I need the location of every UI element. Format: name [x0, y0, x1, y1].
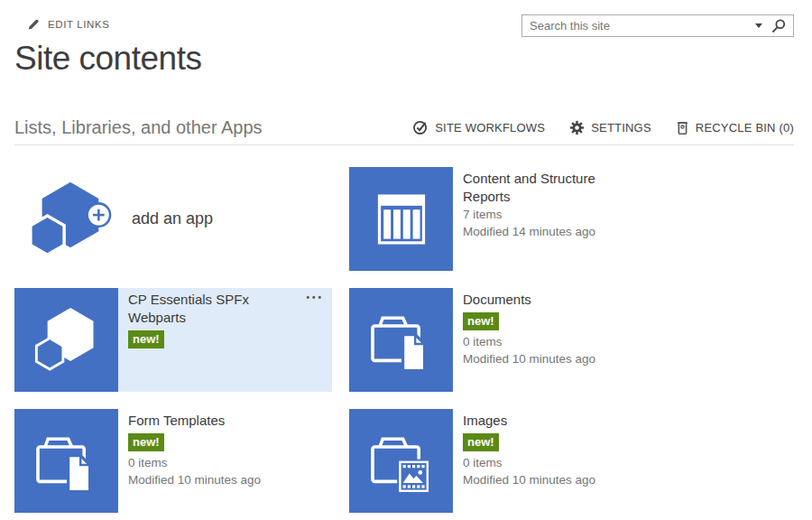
- search-box[interactable]: [521, 14, 794, 37]
- tile-images[interactable]: Images new! 0 items Modified 10 minutes …: [349, 409, 667, 513]
- new-badge: new!: [463, 312, 499, 330]
- tile-modified: Modified 10 minutes ago: [463, 471, 658, 488]
- tile-title[interactable]: Documents: [463, 291, 630, 309]
- settings-label: SETTINGS: [591, 121, 651, 135]
- tile-modified: Modified 10 minutes ago: [128, 471, 323, 488]
- add-app-hexagon-icon: [25, 180, 114, 259]
- section-divider: [14, 144, 794, 145]
- tile-title[interactable]: Content and Structure Reports: [463, 170, 630, 206]
- new-badge: new!: [128, 433, 164, 451]
- folder-document-icon: [14, 409, 118, 513]
- tile-title[interactable]: Form Templates: [128, 412, 295, 430]
- edit-links-button[interactable]: EDIT LINKS: [27, 18, 109, 31]
- settings-button[interactable]: SETTINGS: [569, 119, 651, 135]
- tile-item-count: 0 items: [128, 454, 323, 471]
- new-badge: new!: [128, 330, 164, 348]
- new-badge: new!: [463, 433, 499, 451]
- pencil-icon: [27, 18, 40, 31]
- tile-info: Form Templates new! 0 items Modified 10 …: [118, 409, 332, 513]
- recycle-bin-icon: [676, 120, 689, 135]
- tile-info: Documents new! 0 items Modified 10 minut…: [453, 288, 667, 392]
- gear-icon: [569, 120, 585, 135]
- search-scope-dropdown-icon[interactable]: [755, 23, 762, 28]
- tile-item-count: 7 items: [463, 206, 658, 223]
- site-workflows-button[interactable]: SITE WORKFLOWS: [412, 119, 545, 135]
- check-circle-icon: [412, 119, 429, 135]
- tile-content-and-structure-reports[interactable]: Content and Structure Reports 7 items Mo…: [349, 167, 667, 271]
- folder-document-icon: [349, 288, 453, 392]
- tile-item-count: 0 items: [463, 454, 658, 471]
- tile-add-an-app[interactable]: add an app: [14, 167, 332, 271]
- page-title: Site contents: [14, 40, 201, 78]
- tile-title[interactable]: CP Essentials SPFx Webparts: [128, 291, 295, 327]
- tile-item-count: 0 items: [463, 333, 658, 350]
- app-tiles-grid: add an app Content and Structure Reports…: [14, 167, 667, 513]
- tile-info: Content and Structure Reports 7 items Mo…: [453, 167, 667, 271]
- tile-form-templates[interactable]: Form Templates new! 0 items Modified 10 …: [14, 409, 332, 513]
- section-heading: Lists, Libraries, and other Apps: [14, 117, 263, 138]
- report-table-icon: [349, 167, 453, 271]
- recycle-bin-button[interactable]: RECYCLE BIN (0): [676, 119, 794, 135]
- tile-modified: Modified 14 minutes ago: [463, 223, 658, 240]
- tile-documents[interactable]: Documents new! 0 items Modified 10 minut…: [349, 288, 667, 392]
- site-workflows-label: SITE WORKFLOWS: [435, 121, 545, 135]
- tile-info: CP Essentials SPFx Webparts new! •••: [118, 288, 332, 392]
- search-icon[interactable]: [771, 19, 786, 33]
- tile-modified: Modified 10 minutes ago: [463, 350, 658, 367]
- recycle-bin-label: RECYCLE BIN (0): [696, 121, 794, 135]
- toolbar: SITE WORKFLOWS SETTINGS: [412, 119, 794, 135]
- tile-title[interactable]: Images: [463, 412, 630, 430]
- tile-title: add an app: [132, 209, 213, 228]
- tile-menu-ellipsis[interactable]: •••: [306, 292, 324, 302]
- tile-cp-essentials-spfx-webparts[interactable]: CP Essentials SPFx Webparts new! •••: [14, 288, 332, 392]
- app-hexagon-icon: [14, 288, 118, 392]
- folder-image-icon: [349, 409, 453, 513]
- search-input[interactable]: [522, 19, 752, 32]
- tile-info: Images new! 0 items Modified 10 minutes …: [453, 409, 667, 513]
- edit-links-label: EDIT LINKS: [48, 19, 109, 30]
